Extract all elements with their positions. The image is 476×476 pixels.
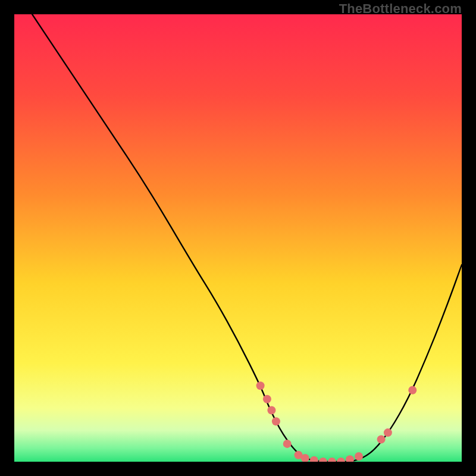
marker-dot bbox=[384, 428, 392, 437]
marker-dot bbox=[272, 417, 280, 425]
marker-dot bbox=[256, 381, 265, 390]
marker-dot bbox=[267, 406, 275, 415]
marker-dot bbox=[408, 386, 416, 394]
marker-dot bbox=[263, 395, 271, 403]
gradient-background bbox=[14, 14, 462, 462]
chart-svg bbox=[14, 14, 462, 462]
marker-dot bbox=[283, 440, 292, 448]
marker-dot bbox=[377, 435, 386, 443]
plot-area bbox=[14, 14, 462, 462]
marker-dot bbox=[355, 452, 363, 461]
chart-frame: TheBottleneck.com bbox=[0, 0, 476, 476]
